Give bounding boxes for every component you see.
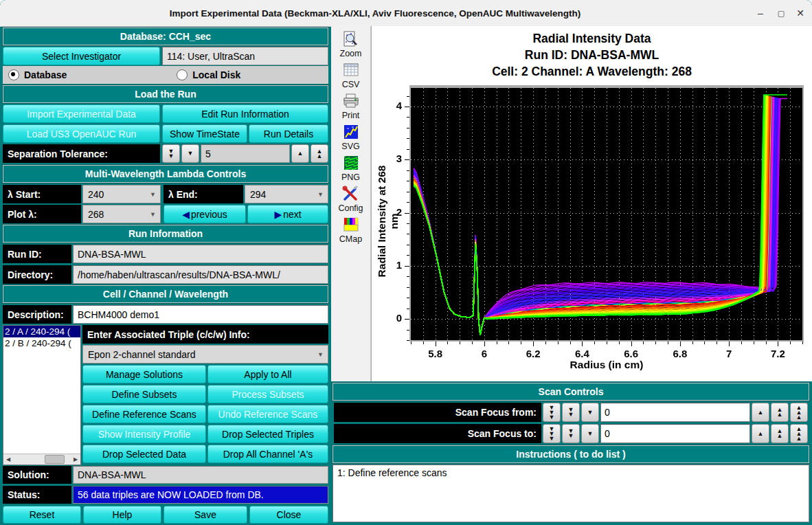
tool-label: CSV — [342, 80, 360, 89]
tool-svg-button[interactable]: SVG — [341, 122, 361, 151]
png-icon — [341, 153, 361, 172]
scroll-left-icon[interactable]: ◀ — [3, 456, 13, 462]
reset-button[interactable]: Reset — [3, 506, 81, 524]
scan-to-triple-down-button[interactable]: ▼▼▼ — [543, 424, 561, 443]
scan-focus-from-input[interactable]: 0 — [600, 403, 750, 422]
scan-to-up-button[interactable]: ▲ — [752, 424, 769, 443]
centerpiece-select[interactable]: Epon 2-channel standard▼ — [82, 345, 328, 364]
mwl-banner: Multi-Wavelength Lambda Controls — [3, 165, 328, 183]
next-wavelength-button[interactable]: ▶next — [247, 205, 328, 223]
separation-tolerance-label: Separation Tolerance: — [3, 144, 160, 163]
local-disk-radio[interactable] — [177, 69, 188, 80]
scrollbar-track[interactable] — [13, 454, 71, 465]
scan-from-down-button[interactable]: ▼ — [581, 403, 599, 422]
run-details-button[interactable]: Run Details — [249, 124, 328, 143]
chevron-down-icon: ▼ — [150, 190, 156, 197]
scan-from-triple-down-button[interactable]: ▼▼▼ — [543, 403, 561, 422]
scrollbar-thumb[interactable] — [45, 455, 65, 464]
lambda-end-label: λ End: — [163, 185, 243, 203]
solution-field[interactable]: DNA-BSA-MWL — [73, 466, 328, 484]
show-timestate-button[interactable]: Show TimeState — [162, 124, 247, 143]
database-banner: Database: CCH_sec — [3, 27, 328, 45]
separation-tolerance-input[interactable]: 5 — [201, 144, 290, 163]
define-reference-scans-button[interactable]: Define Reference Scans — [82, 405, 206, 423]
apply-to-all-button[interactable]: Apply to All — [207, 365, 328, 383]
septol-fast-increment-button[interactable]: ▲▲ — [311, 144, 328, 163]
tool-zoom-button[interactable]: Zoom — [340, 30, 362, 58]
minimize-icon[interactable]: – — [752, 5, 769, 21]
directory-label: Directory: — [3, 265, 71, 284]
scan-to-down-button[interactable]: ▼ — [581, 424, 599, 443]
undo-reference-scans-button[interactable]: Undo Reference Scans — [207, 405, 328, 423]
scan-focus-to-label: Scan Focus to: — [334, 424, 541, 443]
right-arrow-icon: ▶ — [274, 209, 282, 220]
tool-png-button[interactable]: PNG — [341, 153, 361, 182]
define-subsets-button[interactable]: Define Subsets — [82, 385, 206, 403]
plot-panel: Radial Intensity Data Run ID: DNA-BSA-MW… — [371, 26, 812, 381]
save-button[interactable]: Save — [163, 506, 247, 524]
tool-csv-button[interactable]: CSV — [341, 60, 361, 89]
drop-selected-triples-button[interactable]: Drop Selected Triples — [207, 425, 328, 443]
directory-field: /home/haben/ultrascan/results/DNA-BSA-MW… — [73, 265, 328, 284]
load-run-banner: Load the Run — [3, 85, 328, 103]
close-icon[interactable]: ✕ — [791, 5, 809, 21]
scan-to-double-down-button[interactable]: ▼▼ — [562, 424, 580, 443]
tool-cmap-button[interactable]: CMap — [339, 215, 362, 244]
run-information-banner: Run Information — [3, 225, 328, 243]
app-window: Import Experimental Data (Beckman-XLA/XL… — [0, 0, 812, 525]
triple-list-item[interactable]: 2 / A / 240-294 ( — [3, 326, 80, 337]
tool-label: Config — [338, 203, 363, 213]
manage-solutions-button[interactable]: Manage Solutions — [82, 365, 206, 383]
print-icon — [341, 91, 361, 111]
tool-print-button[interactable]: Print — [341, 91, 361, 120]
maximize-icon[interactable]: ▢ — [772, 5, 790, 21]
select-investigator-button[interactable]: Select Investigator — [3, 47, 160, 65]
horizontal-scrollbar[interactable]: ◀ ▶ — [3, 454, 80, 465]
triple-list-item[interactable]: 2 / B / 240-294 ( — [3, 337, 80, 349]
lambda-end-select[interactable]: 294▼ — [245, 185, 328, 203]
drop-selected-data-button[interactable]: Drop Selected Data — [82, 445, 206, 463]
instructions-box: 1: Define reference scans — [332, 465, 809, 522]
zoom-icon — [341, 30, 360, 49]
scroll-right-icon[interactable]: ▶ — [71, 456, 80, 462]
window-title: Import Experimental Data (Beckman-XLA/XL… — [0, 0, 750, 26]
ccw-banner: Cell / Channel / Wavelength — [3, 285, 328, 303]
tool-label: Zoom — [340, 49, 362, 58]
radial-intensity-plot[interactable] — [372, 26, 812, 381]
scan-controls-banner: Scan Controls — [332, 383, 809, 401]
description-label: Description: — [3, 305, 71, 324]
previous-wavelength-button[interactable]: ◀previous — [163, 205, 246, 223]
import-experimental-data-button[interactable]: Import Experimental Data — [3, 104, 160, 123]
scan-to-double-up-button[interactable]: ▲▲ — [771, 424, 789, 443]
scan-focus-from-label: Scan Focus from: — [334, 403, 541, 422]
scan-from-double-down-button[interactable]: ▼▼ — [562, 403, 580, 422]
septol-increment-button[interactable]: ▲ — [291, 144, 309, 163]
database-radio[interactable] — [8, 69, 19, 80]
septol-decrement-button[interactable]: ▼ — [181, 144, 199, 163]
description-input[interactable]: BCHM4000 demo1 — [73, 305, 328, 324]
triple-listbox[interactable]: 2 / A / 240-294 (2 / B / 240-294 ( ◀ ▶ — [3, 325, 81, 465]
show-intensity-profile-button[interactable]: Show Intensity Profile — [82, 425, 206, 443]
process-subsets-button[interactable]: Process Subsets — [207, 385, 328, 403]
tool-label: SVG — [341, 142, 359, 151]
x-axis-label: Radius (in cm) — [411, 359, 802, 371]
help-button[interactable]: Help — [83, 506, 161, 524]
plot-toolbar: ZoomCSVPrintSVGPNGConfigCMap — [331, 26, 371, 381]
scan-from-triple-up-button[interactable]: ▲▲▲ — [790, 403, 808, 422]
tool-config-button[interactable]: Config — [338, 184, 363, 213]
database-radio-label: Database — [24, 69, 67, 80]
septol-fast-decrement-button[interactable]: ▼▼ — [162, 144, 180, 163]
load-us3-openauc-button[interactable]: Load US3 OpenAUC Run — [3, 124, 160, 143]
lambda-start-select[interactable]: 240▼ — [82, 185, 161, 203]
drop-all-channel-a-s-button[interactable]: Drop All Channel 'A's — [207, 445, 328, 463]
plot-lambda-label: Plot λ: — [3, 205, 81, 223]
edit-run-information-button[interactable]: Edit Run Information — [162, 104, 328, 123]
close-button[interactable]: Close — [249, 506, 328, 524]
scan-to-triple-up-button[interactable]: ▲▲▲ — [790, 424, 808, 443]
scan-focus-to-input[interactable]: 0 — [600, 424, 750, 443]
scan-from-double-up-button[interactable]: ▲▲ — [771, 403, 789, 422]
scan-from-up-button[interactable]: ▲ — [752, 403, 769, 422]
run-id-field: DNA-BSA-MWL — [73, 245, 328, 263]
left-arrow-icon: ◀ — [182, 209, 190, 220]
plot-lambda-select[interactable]: 268▼ — [82, 205, 161, 223]
